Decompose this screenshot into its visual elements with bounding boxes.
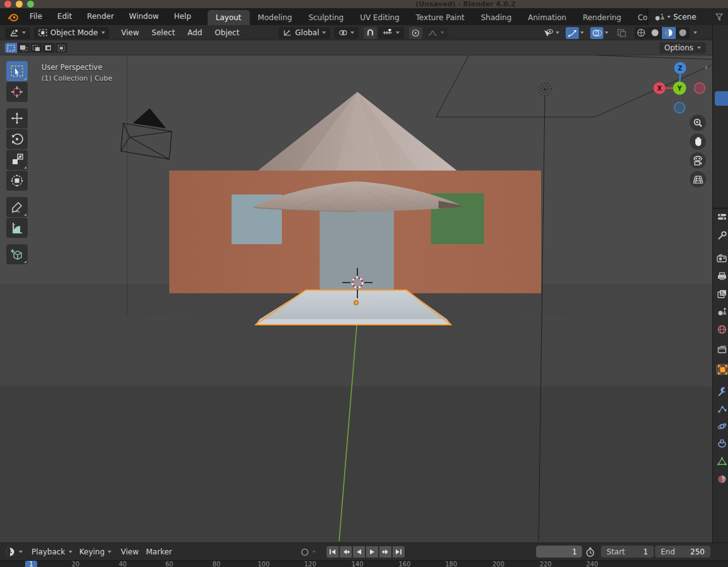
play-button[interactable]: [366, 546, 378, 558]
chevron-down-icon: [101, 31, 105, 34]
blender-logo-icon[interactable]: [8, 13, 18, 21]
previous-keyframe-button[interactable]: [340, 546, 352, 558]
tool-annotate[interactable]: [6, 197, 28, 217]
tab-object[interactable]: [716, 364, 728, 375]
filter-icon[interactable]: [715, 13, 723, 21]
tab-render[interactable]: [716, 252, 727, 264]
zoom-view-button[interactable]: [690, 115, 706, 131]
tool-transform[interactable]: [6, 171, 28, 191]
shading-rendered-button[interactable]: [676, 27, 690, 39]
tab-layout[interactable]: Layout: [208, 10, 250, 25]
tool-measure[interactable]: [6, 218, 28, 238]
tab-particles[interactable]: [716, 403, 727, 414]
tab-sculpting[interactable]: Sculpting: [300, 10, 352, 25]
tab-animation[interactable]: Animation: [520, 10, 574, 25]
timeline-editor-type-button[interactable]: [5, 546, 23, 558]
mode-dropdown[interactable]: Object Mode: [34, 27, 109, 39]
tab-collection[interactable]: [716, 344, 727, 355]
tab-object-data[interactable]: [716, 456, 727, 467]
navigation-gizmo[interactable]: Z X Y: [652, 59, 708, 117]
tab-compositing[interactable]: Compositing: [629, 10, 647, 25]
falloff-dropdown[interactable]: [423, 27, 449, 39]
tab-constraints[interactable]: [716, 438, 727, 449]
maximize-window-button[interactable]: [27, 1, 34, 8]
menu-select[interactable]: Select: [146, 26, 181, 39]
shading-material-preview-button[interactable]: [662, 27, 676, 39]
current-frame-field[interactable]: 1: [536, 546, 582, 558]
outliner-selected-row[interactable]: [715, 91, 728, 106]
xray-toggle[interactable]: [615, 27, 628, 39]
tab-uv-editing[interactable]: UV Editing: [352, 10, 408, 25]
tool-scale[interactable]: [6, 150, 28, 170]
menu-playback[interactable]: Playback: [31, 546, 72, 558]
menu-help[interactable]: Help: [166, 8, 198, 25]
select-mode-extend-button[interactable]: [18, 43, 30, 53]
play-reverse-button[interactable]: [353, 546, 365, 558]
tab-view-layer[interactable]: [716, 288, 727, 300]
select-mode-subtract-button[interactable]: [30, 43, 42, 53]
jump-to-end-button[interactable]: [393, 546, 405, 558]
end-frame-field[interactable]: End 250: [655, 546, 710, 558]
tab-modeling[interactable]: Modeling: [250, 10, 301, 25]
menu-render[interactable]: Render: [79, 8, 121, 25]
current-frame-indicator[interactable]: 1: [25, 561, 37, 567]
timeline-ruler[interactable]: 1 20 40 60 80 100 120 140 160 180 200 22…: [0, 560, 728, 567]
tool-cursor[interactable]: [6, 82, 28, 102]
snap-toggle[interactable]: [364, 27, 377, 39]
select-mode-new-button[interactable]: [5, 43, 17, 53]
pan-view-button[interactable]: [690, 133, 706, 150]
scene-selector[interactable]: Scene: [647, 8, 728, 25]
menu-add[interactable]: Add: [182, 26, 208, 39]
shading-mode-group: [634, 27, 690, 39]
menu-timeline-view[interactable]: View: [121, 546, 138, 558]
menu-file[interactable]: File: [22, 8, 50, 25]
close-window-button[interactable]: [4, 1, 11, 8]
tab-modifiers[interactable]: [716, 385, 727, 396]
tool-move[interactable]: [6, 108, 28, 128]
viewport-3d[interactable]: User Perspective (1) Collection | Cube ‹: [0, 55, 712, 542]
tool-select-box[interactable]: [6, 61, 28, 81]
editor-type-button[interactable]: [5, 27, 30, 39]
select-mode-invert-button[interactable]: [43, 43, 55, 53]
tab-physics[interactable]: [716, 420, 727, 432]
shading-wireframe-button[interactable]: [634, 27, 648, 39]
tab-tool[interactable]: [716, 230, 727, 241]
tab-scene[interactable]: [716, 306, 727, 317]
pivot-point-dropdown[interactable]: [334, 27, 359, 39]
menu-marker[interactable]: Marker: [146, 546, 172, 558]
snap-with-dropdown[interactable]: [378, 27, 404, 39]
tab-texture-paint[interactable]: Texture Paint: [408, 10, 473, 25]
record-circle-icon: [301, 548, 309, 556]
blender-window: (Unsaved) - Blender 4.0.2 File Edit Rend…: [0, 0, 728, 567]
transform-orientation-dropdown[interactable]: Global: [279, 27, 330, 39]
menu-object[interactable]: Object: [209, 26, 245, 39]
camera-view-button[interactable]: [690, 152, 706, 169]
show-object-types-dropdown[interactable]: [541, 27, 554, 39]
proportional-editing-toggle[interactable]: [409, 27, 422, 39]
shading-solid-button[interactable]: [648, 27, 662, 39]
next-keyframe-button[interactable]: [379, 546, 391, 558]
tab-world[interactable]: [716, 323, 727, 335]
auto-keying-toggle[interactable]: [301, 546, 316, 558]
menu-view[interactable]: View: [116, 26, 145, 39]
show-overlays-toggle[interactable]: [590, 27, 603, 39]
tab-material[interactable]: [716, 473, 727, 485]
menu-edit[interactable]: Edit: [50, 8, 79, 25]
use-preview-range-button[interactable]: [586, 546, 595, 558]
select-mode-intersect-button[interactable]: [55, 43, 67, 53]
menu-window[interactable]: Window: [121, 8, 166, 25]
options-dropdown[interactable]: Options: [659, 42, 706, 53]
tool-add-cube[interactable]: [6, 244, 28, 264]
properties-editor-icon[interactable]: [716, 211, 727, 222]
jump-to-start-button[interactable]: [327, 546, 339, 558]
minimize-window-button[interactable]: [16, 1, 23, 8]
perspective-toggle-button[interactable]: [690, 171, 706, 188]
menu-keying[interactable]: Keying: [79, 546, 111, 558]
tab-rendering[interactable]: Rendering: [574, 10, 629, 25]
timeline-header: Playback Keying View Marker: [0, 542, 728, 560]
start-frame-field[interactable]: Start 1: [601, 546, 654, 558]
tool-rotate[interactable]: [6, 129, 28, 149]
show-gizmo-toggle[interactable]: [566, 27, 579, 39]
tab-output[interactable]: [716, 271, 727, 282]
tab-shading[interactable]: Shading: [473, 10, 520, 25]
